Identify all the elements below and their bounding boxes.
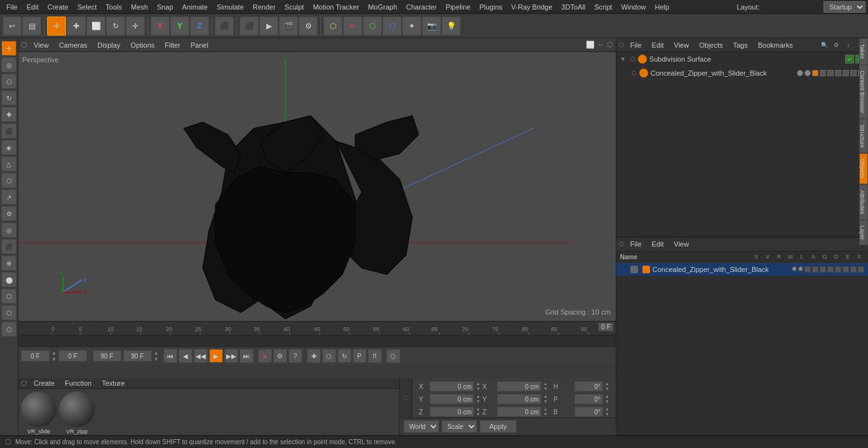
play-button[interactable]: ▶	[209, 349, 223, 363]
menu-sculpt[interactable]: Sculpt	[281, 2, 308, 12]
am-menu-file[interactable]: File	[627, 239, 646, 249]
left-tool-12[interactable]: ◎	[1, 222, 17, 238]
zipper-check-4[interactable]	[820, 70, 826, 76]
axis-y-button[interactable]: Y	[170, 17, 189, 36]
left-tool-16[interactable]: ⬡	[1, 288, 17, 304]
zipper-check-1[interactable]	[797, 70, 803, 76]
coord-x-size[interactable]: 0 cm	[497, 381, 541, 391]
menu-simulate[interactable]: Simulate	[213, 2, 248, 12]
render-view-button[interactable]: ▶	[259, 17, 278, 36]
timeline-extra[interactable]: ⬡	[386, 349, 400, 363]
menu-mograph[interactable]: MoGraph	[364, 2, 401, 12]
menu-edit[interactable]: Edit	[23, 2, 43, 12]
coord-y-pos[interactable]: 0 cm	[430, 394, 474, 404]
vp-menu-cameras[interactable]: Cameras	[55, 40, 92, 50]
layout-selector[interactable]: Startup	[824, 1, 865, 13]
vp-icon-2[interactable]: ↔	[597, 41, 604, 49]
axis-x-button[interactable]: X	[151, 17, 170, 36]
menu-plugins[interactable]: Plugins	[475, 2, 506, 12]
vp-menu-options[interactable]: Options	[126, 40, 158, 50]
object-list[interactable]: ▼ ⬡ Subdivision Surface ✓ ✓ ⬡ Concealed_…	[616, 52, 868, 236]
coord-x-pos[interactable]: 0 cm	[430, 381, 474, 391]
record-button[interactable]: ●	[258, 349, 272, 363]
left-tool-14[interactable]: ⊕	[1, 255, 17, 271]
spline-button[interactable]: ✏	[343, 17, 362, 36]
vp-icon-3[interactable]: ⬡	[607, 41, 613, 49]
coord-z-size-arrows[interactable]: ▲▼	[543, 407, 548, 417]
am-menu-edit[interactable]: Edit	[648, 239, 668, 249]
material-item-2[interactable]: VR_zipp	[59, 391, 95, 435]
om-menu-file[interactable]: File	[627, 40, 646, 50]
object-row-subdivision[interactable]: ▼ ⬡ Subdivision Surface ✓ ✓	[616, 52, 868, 66]
menu-animate[interactable]: Animate	[179, 2, 212, 12]
left-tool-1[interactable]: ✛	[1, 41, 17, 56]
attr-chk-4[interactable]	[812, 266, 818, 273]
timeline-opt3[interactable]: ↻	[337, 349, 351, 363]
menu-3dtoall[interactable]: 3DToAll	[557, 2, 589, 12]
coord-y-pos-arrows[interactable]: ▲▼	[476, 394, 480, 404]
timeline-opt2[interactable]: ⬡	[322, 349, 336, 363]
menu-mesh[interactable]: Mesh	[127, 2, 152, 12]
vp-menu-filter[interactable]: Filter	[161, 40, 184, 50]
attr-chk-1[interactable]	[792, 266, 797, 271]
attr-chk-9[interactable]	[850, 266, 857, 273]
coord-y-size[interactable]: 0 cm	[497, 394, 541, 404]
render-to-po-button[interactable]: 🎬	[279, 17, 298, 36]
motion-record-button[interactable]: ?	[288, 349, 302, 363]
nurbs-button[interactable]: ⬡	[363, 17, 382, 36]
auto-record-button[interactable]: ⚙	[273, 349, 287, 363]
menu-character[interactable]: Character	[402, 2, 440, 12]
coord-z-size[interactable]: 0 cm	[497, 407, 541, 417]
attr-chk-7[interactable]	[835, 266, 841, 273]
vp-menu-display[interactable]: Display	[93, 40, 124, 50]
render-settings-button[interactable]: ⚙	[299, 17, 318, 36]
timeline-opt4[interactable]: P	[353, 349, 367, 363]
cube-button[interactable]: ⬡	[323, 17, 342, 36]
om-menu-edit[interactable]: Edit	[648, 40, 668, 50]
attr-chk-3[interactable]	[804, 266, 811, 273]
zipper-check-7[interactable]	[843, 70, 849, 76]
rotate-tool-button[interactable]: ↻	[106, 17, 125, 36]
om-menu-bookmarks[interactable]: Bookmarks	[754, 40, 797, 50]
mat-menu-texture[interactable]: Texture	[98, 378, 128, 388]
left-tool-6[interactable]: ⬛	[1, 123, 17, 139]
side-tab-attributes[interactable]: Attributes	[859, 184, 868, 220]
attr-content[interactable]: Concealed_Zipper_with_Slider_Black	[616, 263, 868, 436]
scale-tool-button[interactable]: ⬜	[86, 17, 105, 36]
coord-x-pos-arrows[interactable]: ▲▼	[476, 381, 480, 391]
left-tool-5[interactable]: ✚	[1, 107, 17, 122]
end-frame-input[interactable]	[93, 350, 121, 362]
attr-chk-6[interactable]	[827, 266, 834, 273]
scale-dropdown[interactable]: Scale	[442, 420, 477, 433]
side-tab-structure[interactable]: Structure	[859, 119, 868, 154]
coord-b-val[interactable]: 0°	[574, 407, 603, 417]
side-tab-layer[interactable]: Layer	[859, 220, 868, 246]
go-to-end-button[interactable]: ⏭	[240, 349, 254, 363]
zipper-check-5[interactable]	[827, 70, 834, 76]
menu-vray[interactable]: V-Ray Bridge	[508, 2, 557, 12]
zipper-check-8[interactable]	[850, 70, 857, 76]
play-reverse-button[interactable]: ◀◀	[194, 349, 208, 363]
left-tool-13[interactable]: ⬛	[1, 239, 17, 254]
attr-chk-10[interactable]	[858, 266, 864, 273]
material-thumb-2[interactable]	[59, 391, 95, 427]
deformer-button[interactable]: ⬡	[383, 17, 402, 36]
camera-button[interactable]: 📷	[422, 17, 441, 36]
menu-pipeline[interactable]: Pipeline	[442, 2, 474, 12]
menu-script[interactable]: Script	[590, 2, 616, 12]
vp-menu-panel[interactable]: Panel	[187, 40, 212, 50]
attr-row-1[interactable]: Concealed_Zipper_with_Slider_Black	[616, 263, 868, 276]
frame-input-2[interactable]	[58, 350, 87, 362]
axis-z-button[interactable]: Z	[190, 17, 209, 36]
coord-p-val[interactable]: 0°	[574, 394, 603, 404]
subsurf-check-1[interactable]: ✓	[845, 55, 854, 64]
transform-tool-button[interactable]: ✛	[126, 17, 145, 36]
render-preview-button[interactable]: ▤	[22, 17, 41, 36]
left-tool-10[interactable]: ↗	[1, 189, 17, 205]
menu-motion-tracker[interactable]: Motion Tracker	[309, 2, 363, 12]
light-button2[interactable]: 💡	[442, 17, 461, 36]
move-tool-button[interactable]: ✚	[67, 17, 86, 36]
om-menu-view[interactable]: View	[670, 40, 693, 50]
frame-down-arrow[interactable]: ▼	[51, 356, 57, 362]
coord-h-val[interactable]: 0°	[574, 381, 603, 391]
